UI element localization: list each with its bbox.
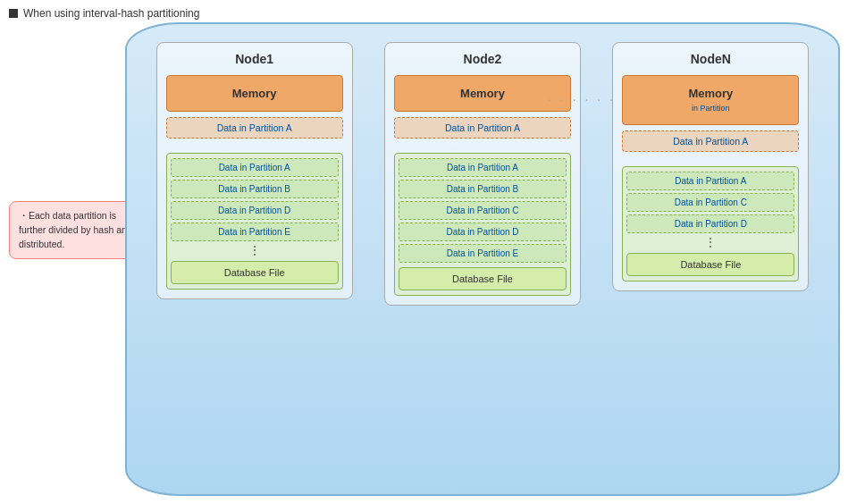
node1-db-file: Database File: [171, 261, 339, 284]
nodeN-panel: NodeN Memoryin Partition Data in Partiti…: [612, 42, 809, 291]
node2-title: Node2: [464, 52, 502, 66]
node1-part-b: Data in Partition B: [171, 180, 339, 198]
node2-part-e: Data in Partition E: [399, 244, 567, 263]
nodeN-part-c: Data in Partition C: [626, 193, 794, 212]
node1-part-d: Data in Partition D: [171, 201, 339, 220]
node2-disk-area: Data in Partition A Data in Partition B …: [394, 153, 571, 296]
node2-memory-partition: Data in Partition A: [394, 117, 571, 139]
nodeN-title: NodeN: [691, 52, 731, 66]
node1-memory-box: Memory: [166, 75, 343, 112]
node2-memory-box: Memory: [394, 75, 571, 112]
node1-title: Node1: [235, 52, 273, 66]
nodeN-disk-area: Data in Partition A Data in Partition C …: [622, 166, 799, 281]
node1-disk-area: Data in Partition A Data in Partition B …: [166, 153, 343, 290]
node2-part-a: Data in Partition A: [399, 158, 567, 177]
nodeN-memory-box: Memoryin Partition: [622, 75, 799, 125]
node2-db-file: Database File: [399, 267, 567, 290]
square-icon: [9, 9, 18, 18]
header-note: When using interval-hash partitioning: [9, 7, 199, 20]
node1-panel: Node1 Memory Data in Partition A Data in…: [156, 42, 353, 299]
top-dots-node2: · · · · · ·: [548, 92, 616, 106]
node1-dots: ⋮: [248, 244, 261, 256]
nodeN-db-file: Database File: [626, 253, 794, 276]
nodeN-dots: ⋮: [704, 236, 717, 248]
node2-part-b: Data in Partition B: [399, 180, 567, 198]
header-note-text: When using interval-hash partitioning: [23, 7, 199, 20]
node1-part-e: Data in Partition E: [171, 223, 339, 241]
nodeN-memory-partition: Data in Partition A: [622, 130, 799, 152]
nodeN-part-d: Data in Partition D: [626, 214, 794, 233]
node1-part-a: Data in Partition A: [171, 158, 339, 177]
callout-text: ・Each data partition is further divided …: [19, 210, 132, 249]
node2-part-d: Data in Partition D: [399, 223, 567, 241]
main-container: Node1 Memory Data in Partition A Data in…: [125, 22, 840, 496]
node1-memory-partition: Data in Partition A: [166, 117, 343, 139]
nodeN-part-a: Data in Partition A: [626, 172, 794, 190]
nodes-row: Node1 Memory Data in Partition A Data in…: [145, 42, 820, 476]
node2-part-c: Data in Partition C: [399, 201, 567, 220]
node2-panel: Node2 · · · · · · Memory Data in Partiti…: [384, 42, 581, 306]
